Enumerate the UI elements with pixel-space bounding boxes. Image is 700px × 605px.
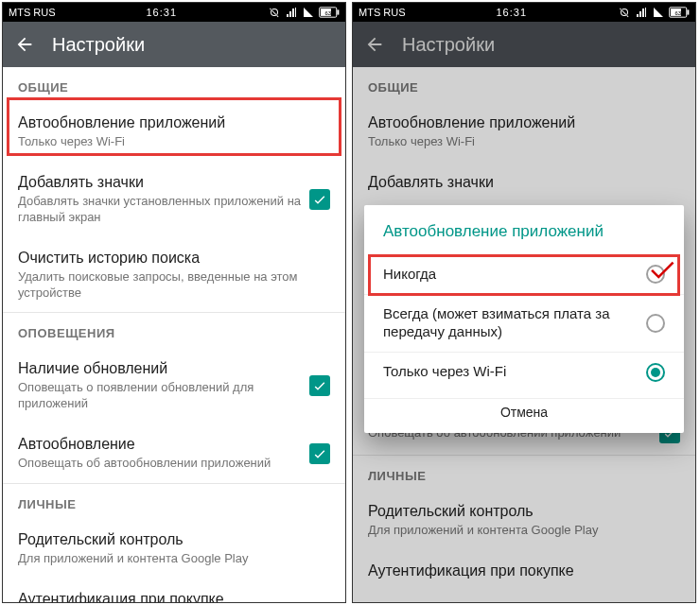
dialog-cancel[interactable]: Отмена — [364, 398, 684, 433]
status-bar: MTS RUS 16:31 63 — [3, 3, 345, 22]
opt-label: Только через Wi-Fi — [383, 363, 635, 381]
svg-rect-6 — [687, 9, 689, 14]
opt-never[interactable]: Никогда — [364, 254, 684, 294]
row-title: Родительский контроль — [18, 530, 323, 549]
row-title: Очистить историю поиска — [18, 249, 323, 268]
row-title: Аутентификация при покупке — [18, 590, 323, 603]
row-add-icons[interactable]: Добавлять значки Добавлять значки устано… — [3, 162, 345, 237]
app-bar: Настройки — [3, 22, 345, 67]
settings-list[interactable]: ОБЩИЕ Автообновление приложений Только ч… — [3, 67, 345, 603]
status-icons: 63 — [618, 7, 690, 18]
row-subtitle: Для приложений и контента Google Play — [18, 551, 323, 567]
signal-icon — [285, 7, 298, 18]
row-clear-history[interactable]: Очистить историю поиска Удалить поисковы… — [3, 237, 345, 313]
opt-label: Всегда (может взиматься плата за передач… — [383, 305, 635, 341]
signal-icon — [635, 7, 648, 18]
row-title: Автообновление — [18, 435, 302, 454]
signal-icon-2 — [652, 7, 665, 18]
row-subtitle: Удалить поисковые запросы, введенные на … — [18, 269, 323, 302]
row-subtitle: Оповещать об автообновлении приложений — [18, 456, 302, 472]
signal-icon-2 — [302, 7, 315, 18]
section-general: ОБЩИЕ — [3, 67, 345, 102]
back-button[interactable] — [14, 34, 35, 55]
page-title: Настройки — [52, 34, 145, 56]
svg-text:63: 63 — [324, 10, 330, 16]
row-title: Автообновление приложений — [18, 113, 323, 132]
checkbox-updates-available[interactable] — [309, 375, 330, 396]
svg-rect-2 — [337, 9, 339, 14]
arrow-left-icon — [14, 34, 35, 55]
check-icon — [312, 378, 327, 393]
clock-label: 16:31 — [406, 7, 619, 18]
carrier-label: MTS RUS — [9, 7, 56, 18]
status-bar: MTS RUS 16:31 63 — [353, 3, 695, 22]
opt-label: Никогда — [383, 266, 635, 284]
alarm-off-icon — [268, 7, 281, 18]
cancel-label: Отмена — [500, 405, 548, 420]
phone-left: MTS RUS 16:31 63 Настройки ОБЩИЕ Автообн… — [2, 2, 346, 603]
battery-icon: 63 — [669, 7, 690, 18]
row-auto-update[interactable]: Автообновление приложений Только через W… — [3, 102, 345, 162]
row-auto-update-notif[interactable]: Автообновление Оповещать об автообновлен… — [3, 424, 345, 483]
row-auth[interactable]: Аутентификация при покупке — [3, 579, 345, 603]
row-parental[interactable]: Родительский контроль Для приложений и к… — [3, 519, 345, 579]
row-title: Добавлять значки — [18, 173, 302, 192]
checkbox-add-icons[interactable] — [309, 189, 330, 210]
clock-label: 16:31 — [56, 7, 269, 18]
dialog-auto-update: Автообновление приложений Никогда Всегда… — [364, 205, 684, 433]
row-title: Наличие обновлений — [18, 359, 302, 378]
section-notifications: ОПОВЕЩЕНИЯ — [3, 312, 345, 348]
opt-wifi[interactable]: Только через Wi-Fi — [364, 352, 684, 392]
alarm-off-icon — [618, 7, 631, 18]
check-icon — [312, 192, 327, 207]
dialog-title: Автообновление приложений — [364, 205, 684, 254]
radio-wifi[interactable] — [646, 363, 665, 382]
checkbox-auto-update-notif[interactable] — [309, 443, 330, 464]
battery-icon: 63 — [319, 7, 340, 18]
row-subtitle: Добавлять значки установленных приложени… — [18, 194, 302, 226]
row-subtitle: Оповещать о появлении обновлений для при… — [18, 380, 302, 412]
row-updates-available[interactable]: Наличие обновлений Оповещать о появлении… — [3, 348, 345, 424]
status-icons: 63 — [268, 7, 340, 18]
section-personal: ЛИЧНЫЕ — [3, 483, 345, 519]
phone-right: MTS RUS 16:31 63 Настройки ОБЩИЕ Автообн… — [352, 2, 696, 603]
svg-text:63: 63 — [674, 10, 680, 16]
radio-never[interactable] — [646, 265, 665, 284]
radio-always[interactable] — [646, 314, 665, 333]
row-subtitle: Только через Wi-Fi — [18, 134, 323, 150]
check-icon — [312, 446, 327, 461]
opt-always[interactable]: Всегда (может взиматься плата за передач… — [364, 294, 684, 352]
carrier-label: MTS RUS — [359, 7, 406, 18]
